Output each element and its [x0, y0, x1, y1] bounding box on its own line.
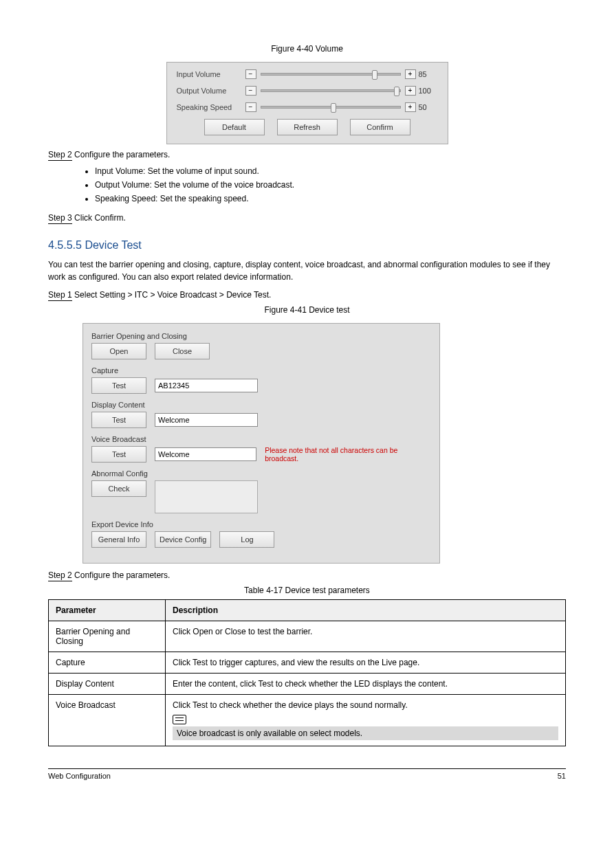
output-volume-value: 100 — [419, 87, 438, 95]
table-row: Voice Broadcast Click Test to check whet… — [49, 695, 566, 746]
step-2-number: Step 2 — [48, 150, 72, 161]
step-2-item-3: Speaking Speed: Set the speaking speed. — [95, 192, 566, 205]
output-volume-row: Output Volume − + 100 — [177, 86, 438, 96]
refresh-button[interactable]: Refresh — [277, 119, 338, 135]
step-3-text: Click Confirm. — [74, 213, 126, 223]
table-row: Barrier Opening and Closing Click Open o… — [49, 621, 566, 652]
barrier-open-button[interactable]: Open — [91, 343, 146, 359]
speaking-speed-label: Speaking Speed — [177, 103, 245, 111]
desc-voice-line: Click Test to check whether the device p… — [173, 700, 558, 710]
voice-broadcast-input[interactable] — [155, 447, 256, 461]
table-row: Capture Click Test to trigger captures, … — [49, 652, 566, 674]
step-2-item-1: Input Volume: Set the volume of input so… — [95, 165, 566, 177]
speaking-speed-value: 50 — [419, 103, 438, 111]
export-general-info-button[interactable]: General Info — [91, 531, 146, 548]
figure-caption-device-test: Figure 4-41 Device test — [48, 305, 566, 315]
step-2b: Step 2 Configure the parameters. — [48, 570, 566, 580]
capture-label: Capture — [91, 366, 431, 375]
step-1: Step 1 Select Setting > ITC > Voice Broa… — [48, 290, 566, 300]
output-volume-plus[interactable]: + — [405, 86, 416, 96]
desc-barrier: Click Open or Close to test the barrier. — [166, 621, 566, 652]
input-volume-minus[interactable]: − — [245, 69, 256, 79]
step-2b-number: Step 2 — [48, 570, 72, 581]
abnormal-check-button[interactable]: Check — [91, 480, 146, 497]
volume-panel: Input Volume − + 85 Output Volume − + 10… — [166, 62, 448, 144]
input-volume-slider[interactable] — [261, 73, 401, 76]
step-2b-text: Configure the parameters. — [74, 570, 170, 580]
param-barrier: Barrier Opening and Closing — [49, 621, 166, 652]
output-volume-minus[interactable]: − — [245, 86, 256, 96]
output-volume-slider[interactable] — [261, 89, 401, 92]
param-display-content: Display Content — [49, 674, 166, 695]
capture-input[interactable] — [155, 379, 258, 392]
display-test-button[interactable]: Test — [91, 412, 146, 428]
default-button[interactable]: Default — [204, 119, 265, 135]
speaking-speed-plus[interactable]: + — [405, 102, 416, 112]
step-3-number: Step 3 — [48, 213, 72, 224]
step-2-intro: Configure the parameters. — [74, 150, 170, 159]
step-1-text: Select Setting > ITC > Voice Broadcast >… — [74, 290, 271, 300]
desc-voice-note: Voice broadcast is only available on sel… — [173, 726, 558, 740]
step-1-number: Step 1 — [48, 290, 72, 301]
note-icon — [173, 715, 186, 724]
footer-page-number: 51 — [558, 772, 566, 780]
step-2-item-2: Output Volume: Set the volume of the voi… — [95, 179, 566, 191]
speaking-speed-minus[interactable]: − — [245, 102, 256, 112]
voice-broadcast-warning: Please note that not all characters can … — [265, 446, 431, 463]
voice-broadcast-label: Voice Broadcast — [91, 435, 431, 443]
step-2-body: Input Volume: Set the volume of input so… — [83, 165, 566, 205]
step-3: Step 3 Click Confirm. — [48, 213, 566, 223]
input-volume-value: 85 — [419, 70, 438, 78]
table-row: Display Content Enter the content, click… — [49, 674, 566, 695]
capture-test-button[interactable]: Test — [91, 377, 146, 394]
table-header-description: Description — [166, 600, 566, 621]
input-volume-row: Input Volume − + 85 — [177, 69, 438, 79]
table-header-parameter: Parameter — [49, 600, 166, 621]
figure-caption-volume: Figure 4-40 Volume — [48, 44, 566, 54]
export-log-button[interactable]: Log — [219, 531, 274, 548]
param-capture: Capture — [49, 652, 166, 674]
output-volume-label: Output Volume — [177, 87, 245, 95]
section-intro: You can test the barrier opening and clo… — [48, 258, 566, 283]
display-content-input[interactable] — [155, 413, 258, 427]
export-device-config-button[interactable]: Device Config — [155, 531, 211, 548]
barrier-label: Barrier Opening and Closing — [91, 332, 431, 340]
export-device-info-label: Export Device Info — [91, 520, 431, 528]
desc-voice-broadcast: Click Test to check whether the device p… — [166, 695, 566, 746]
footer-left: Web Configuration — [48, 772, 111, 780]
param-voice-broadcast: Voice Broadcast — [49, 695, 166, 746]
input-volume-plus[interactable]: + — [405, 69, 416, 79]
table-caption: Table 4-17 Device test parameters — [48, 586, 566, 595]
page-footer: Web Configuration 51 — [48, 768, 566, 780]
desc-capture: Click Test to trigger captures, and view… — [166, 652, 566, 674]
abnormal-config-label: Abnormal Config — [91, 469, 431, 478]
display-content-label: Display Content — [91, 401, 431, 409]
device-test-panel: Barrier Opening and Closing Open Close C… — [83, 323, 440, 564]
confirm-button[interactable]: Confirm — [350, 119, 410, 135]
speaking-speed-row: Speaking Speed − + 50 — [177, 102, 438, 112]
speaking-speed-slider[interactable] — [261, 106, 401, 109]
voice-test-button[interactable]: Test — [91, 446, 146, 463]
barrier-close-button[interactable]: Close — [155, 343, 210, 359]
desc-display-content: Enter the content, click Test to check w… — [166, 674, 566, 695]
input-volume-label: Input Volume — [177, 70, 245, 78]
section-heading-device-test: 4.5.5.5 Device Test — [48, 239, 566, 252]
step-2: Step 2 Configure the parameters. — [48, 150, 566, 159]
parameters-table: Parameter Description Barrier Opening an… — [48, 599, 566, 746]
abnormal-config-output — [155, 480, 258, 513]
